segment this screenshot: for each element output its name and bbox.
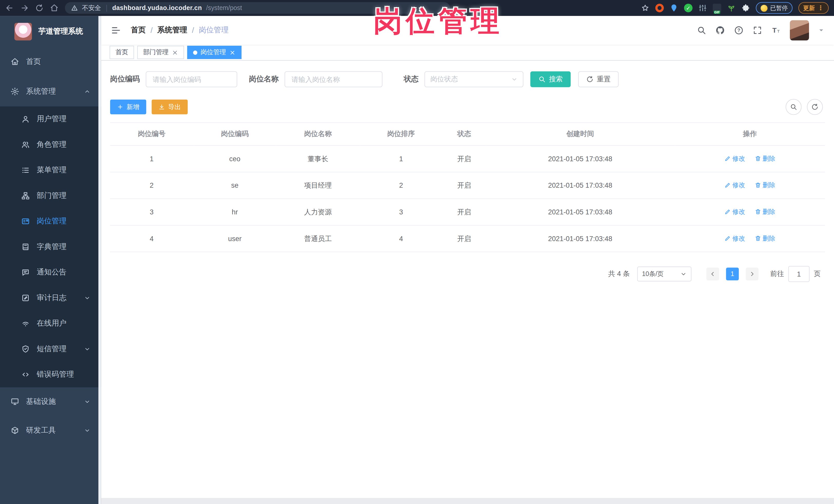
sidebar-item-menus[interactable]: 菜单管理 bbox=[0, 157, 101, 183]
status-text: 开启 bbox=[442, 172, 486, 199]
sidebar-item-error-codes[interactable]: 错误码管理 bbox=[0, 362, 101, 387]
edit-link[interactable]: 修改 bbox=[724, 181, 745, 190]
tab-posts[interactable]: 岗位管理 bbox=[187, 46, 241, 59]
toolbox-icon bbox=[10, 426, 19, 435]
edit-link[interactable]: 修改 bbox=[724, 154, 745, 163]
chevron-left-icon bbox=[709, 271, 716, 277]
home-icon[interactable] bbox=[50, 4, 59, 12]
edit-link[interactable]: 修改 bbox=[724, 234, 745, 243]
page-bottom-strip bbox=[101, 498, 834, 504]
audit-log-icon bbox=[21, 294, 30, 302]
delete-link[interactable]: 删除 bbox=[754, 181, 775, 190]
sidebar-item-system[interactable]: 系统管理 bbox=[0, 76, 101, 106]
forward-icon[interactable] bbox=[20, 4, 29, 12]
sidebar-item-dictionary[interactable]: 字典管理 bbox=[0, 234, 101, 260]
search-button[interactable]: 搜索 bbox=[530, 71, 571, 87]
url-path: /system/post bbox=[206, 4, 242, 12]
plant-icon[interactable] bbox=[727, 4, 736, 12]
screen: 岗位管理 不安全 dashboard.yudao.iocoder.cn /sys… bbox=[0, 0, 834, 504]
goto-page-input[interactable] bbox=[788, 266, 810, 282]
table-row: 2 se 项目经理 2 开启 2021-01-05 17:03:48 修改 删除 bbox=[110, 172, 825, 199]
update-button[interactable]: 更新 ⋮ bbox=[798, 2, 829, 14]
sidebar-item-home[interactable]: 首页 bbox=[0, 47, 101, 76]
chevron-down-icon bbox=[84, 295, 90, 301]
tab-departments[interactable]: 部门管理 bbox=[137, 46, 184, 59]
caret-down-icon[interactable] bbox=[818, 27, 825, 34]
breadcrumb-home[interactable]: 首页 bbox=[131, 25, 146, 35]
post-name-input[interactable] bbox=[285, 71, 382, 87]
trash-icon bbox=[754, 182, 761, 189]
app-logo-row[interactable]: 芋道管理系统 bbox=[0, 16, 101, 47]
add-button[interactable]: 新增 bbox=[110, 100, 146, 114]
tab-home[interactable]: 首页 bbox=[110, 46, 134, 59]
fullscreen-icon[interactable] bbox=[753, 25, 762, 35]
back-icon[interactable] bbox=[5, 4, 14, 12]
status-select[interactable]: 岗位状态 bbox=[424, 71, 523, 87]
edit-icon bbox=[724, 156, 731, 162]
table-toolbar: 新增 导出 bbox=[110, 99, 825, 115]
sidebar-item-online-users[interactable]: 在线用户 bbox=[0, 311, 101, 336]
close-icon[interactable] bbox=[172, 49, 178, 56]
chevron-right-icon bbox=[749, 271, 755, 277]
sidebar-scrollbar[interactable] bbox=[98, 16, 101, 504]
refresh-button[interactable] bbox=[807, 99, 823, 115]
page-number-button[interactable]: 1 bbox=[726, 267, 739, 280]
user-avatar[interactable] bbox=[790, 20, 809, 41]
sidebar-item-posts[interactable]: 岗位管理 bbox=[0, 209, 101, 234]
address-bar[interactable]: 不安全 dashboard.yudao.iocoder.cn /system/p… bbox=[65, 2, 450, 14]
table-row: 1 ceo 董事长 1 开启 2021-01-05 17:03:48 修改 删除 bbox=[110, 146, 825, 172]
post-code-input[interactable] bbox=[146, 71, 237, 87]
extensions-puzzle-icon[interactable] bbox=[742, 4, 750, 12]
prev-page-button[interactable] bbox=[706, 267, 719, 280]
sidebar-item-audit-log[interactable]: 审计日志 bbox=[0, 285, 101, 311]
sidebar-item-announcements[interactable]: 通知公告 bbox=[0, 260, 101, 285]
sidebar-item-departments[interactable]: 部门管理 bbox=[0, 183, 101, 209]
chevron-down-icon bbox=[84, 398, 90, 405]
breadcrumb: 首页 / 系统管理 / 岗位管理 bbox=[131, 25, 229, 35]
edit-icon bbox=[724, 235, 731, 242]
font-size-icon[interactable]: TT bbox=[771, 25, 781, 35]
gif-badge-icon[interactable] bbox=[713, 4, 721, 12]
url-host: dashboard.yudao.iocoder.cn bbox=[112, 4, 202, 12]
reload-icon[interactable] bbox=[35, 4, 44, 12]
star-icon[interactable] bbox=[641, 4, 650, 12]
postcard-icon bbox=[21, 217, 30, 225]
edit-link[interactable]: 修改 bbox=[724, 207, 745, 216]
close-icon[interactable] bbox=[229, 49, 236, 56]
search-toggle-button[interactable] bbox=[786, 99, 802, 115]
delete-link[interactable]: 删除 bbox=[754, 207, 775, 216]
sidebar-item-infrastructure[interactable]: 基础设施 bbox=[0, 387, 101, 416]
sidebar-item-sms[interactable]: 短信管理 bbox=[0, 336, 101, 362]
dictionary-icon bbox=[21, 243, 30, 251]
search-icon[interactable] bbox=[697, 25, 706, 35]
sidebar-item-dev-tools[interactable]: 研发工具 bbox=[0, 416, 101, 445]
github-icon[interactable] bbox=[716, 25, 725, 35]
active-tab-dot bbox=[193, 50, 197, 55]
green-check-icon[interactable]: ✓ bbox=[684, 4, 693, 12]
paused-badge[interactable]: 已暂停 bbox=[756, 2, 792, 14]
search-toggle-icon bbox=[790, 103, 797, 111]
reset-button[interactable]: 重置 bbox=[578, 71, 618, 87]
location-pin-icon[interactable] bbox=[670, 4, 678, 12]
announcement-icon bbox=[21, 268, 30, 277]
page-size-select[interactable]: 10条/页 bbox=[637, 266, 691, 281]
breadcrumb-system[interactable]: 系统管理 bbox=[157, 25, 187, 35]
sidebar-item-users[interactable]: 用户管理 bbox=[0, 106, 101, 132]
status-text: 开启 bbox=[442, 146, 486, 172]
chevron-down-icon bbox=[680, 271, 687, 277]
svg-text:?: ? bbox=[737, 27, 740, 33]
sidebar-item-roles[interactable]: 角色管理 bbox=[0, 132, 101, 157]
help-icon[interactable]: ? bbox=[734, 25, 743, 35]
delete-link[interactable]: 删除 bbox=[754, 234, 775, 243]
main-pane: 首页 / 系统管理 / 岗位管理 ? TT 首页 bbox=[101, 16, 834, 504]
security-warning-icon bbox=[71, 5, 78, 11]
hamburger-icon[interactable] bbox=[111, 25, 121, 36]
ubuntu-ring-icon[interactable] bbox=[655, 4, 664, 12]
next-page-button[interactable] bbox=[746, 267, 759, 280]
refresh-icon bbox=[586, 75, 593, 83]
export-button[interactable]: 导出 bbox=[152, 100, 188, 114]
delete-link[interactable]: 删除 bbox=[754, 154, 775, 163]
role-icon bbox=[21, 140, 30, 149]
code-icon bbox=[21, 370, 30, 379]
sliders-icon[interactable] bbox=[699, 4, 707, 12]
